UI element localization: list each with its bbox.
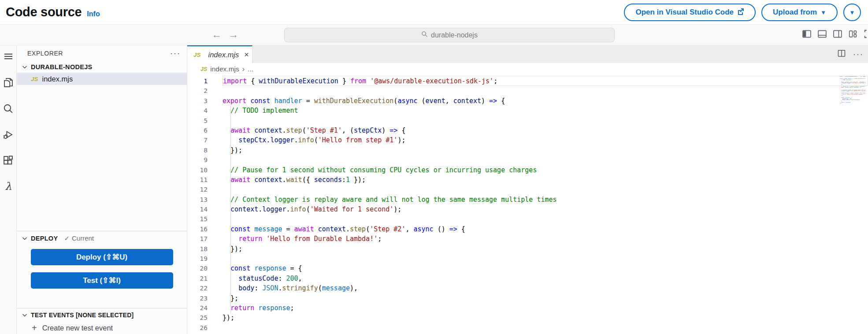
- editor-actions: ···: [837, 45, 864, 63]
- explorer-title: EXPLORER: [27, 50, 63, 57]
- chevron-down-icon: [21, 63, 28, 71]
- toggle-panel-icon[interactable]: [817, 29, 827, 39]
- line-number: 9: [187, 155, 208, 165]
- test-events-header[interactable]: TEST EVENTS [NONE SELECTED]: [17, 308, 187, 322]
- layout-toggle-group: [802, 29, 868, 39]
- upload-from-button[interactable]: Upload from ▼: [761, 4, 838, 21]
- explorer-icon[interactable]: [3, 77, 14, 88]
- aws-lambda-icon[interactable]: λ: [3, 181, 14, 192]
- code-line[interactable]: 22 body: JSON.stringify(message),: [187, 283, 868, 293]
- line-number: 8: [187, 145, 208, 155]
- line-number: 5: [187, 116, 208, 126]
- code-line[interactable]: 6 await context.step('Step #1', (stepCtx…: [187, 126, 868, 135]
- code-line[interactable]: 13 // Context logger is replay aware and…: [187, 195, 868, 204]
- code-line[interactable]: 21 statusCode: 200,: [187, 274, 868, 283]
- run-debug-icon[interactable]: [3, 129, 14, 140]
- explorer-header: EXPLORER ···: [17, 45, 187, 61]
- plus-icon: +: [32, 323, 37, 333]
- command-center-search[interactable]: durable-nodejs: [284, 28, 615, 42]
- tab-label: index.mjs: [208, 51, 239, 59]
- line-number: 7: [187, 135, 208, 145]
- external-link-icon: [737, 8, 744, 17]
- code-line[interactable]: 2: [187, 86, 868, 96]
- code-line[interactable]: 11 await context.wait({ seconds:1 });: [187, 175, 868, 185]
- create-test-event-button[interactable]: + Create new test event: [17, 322, 187, 334]
- tab-index-mjs[interactable]: JS index.mjs ×: [187, 45, 252, 63]
- fullscreen-icon[interactable]: [864, 29, 868, 39]
- chevron-down-icon: [21, 235, 28, 242]
- code-line[interactable]: 5: [187, 116, 868, 126]
- code-line[interactable]: 23 };: [187, 293, 868, 303]
- code-line[interactable]: 7 stepCtx.logger.info('Hello from step #…: [187, 135, 868, 145]
- code-line[interactable]: 9: [187, 155, 868, 165]
- line-number: 3: [187, 96, 208, 106]
- test-events-section: TEST EVENTS [NONE SELECTED] + Create new…: [17, 308, 187, 334]
- code-line[interactable]: 10 // Pause for 1 second without consumi…: [187, 165, 868, 175]
- line-number: 14: [187, 204, 208, 214]
- line-number: 23: [187, 293, 208, 303]
- code-line[interactable]: 24 return response;: [187, 303, 868, 313]
- toggle-primary-sidebar-icon[interactable]: [802, 29, 812, 39]
- file-label: index.mjs: [42, 75, 73, 83]
- tree-file-index-mjs[interactable]: JS index.mjs: [17, 73, 187, 85]
- deploy-button[interactable]: Deploy (⇧⌘U): [31, 249, 173, 265]
- deploy-section: DEPLOY ✓Current Deploy (⇧⌘U) Test (⇧⌘I): [17, 231, 187, 296]
- console-header: Code source Info Open in Visual Studio C…: [0, 0, 868, 25]
- code-line[interactable]: 18 });: [187, 244, 868, 254]
- search-icon: [421, 31, 428, 39]
- extensions-icon[interactable]: [3, 155, 14, 166]
- code-line[interactable]: 4 // TODO implement: [187, 106, 868, 115]
- editor-toolbar: ← → durable-nodejs: [0, 25, 868, 45]
- open-vscode-label: Open in Visual Studio Code: [635, 8, 734, 17]
- sidebar: EXPLORER ··· DURABLE-NODEJS JS index.mjs…: [17, 45, 187, 334]
- js-file-icon: JS: [31, 76, 38, 82]
- explorer-more-icon[interactable]: ···: [170, 49, 181, 58]
- open-vscode-button[interactable]: Open in Visual Studio Code: [624, 4, 756, 21]
- line-number: 12: [187, 185, 208, 194]
- breadcrumb-file[interactable]: index.mjs: [210, 65, 239, 73]
- tree-folder-durable-nodejs[interactable]: DURABLE-NODEJS: [17, 61, 187, 73]
- upload-from-label: Upload from: [773, 8, 817, 17]
- code-line[interactable]: 19: [187, 254, 868, 263]
- code-line[interactable]: 20 const response = {: [187, 263, 868, 273]
- more-actions-icon[interactable]: ···: [853, 50, 864, 59]
- deploy-header[interactable]: DEPLOY ✓Current: [17, 231, 187, 245]
- code-line[interactable]: 25});: [187, 313, 868, 323]
- code-line[interactable]: 8 });: [187, 145, 868, 155]
- line-number: 2: [187, 86, 208, 96]
- caret-down-icon: ▼: [849, 10, 855, 15]
- search-icon[interactable]: [3, 103, 14, 114]
- deploy-status: ✓Current: [64, 234, 94, 242]
- code-line[interactable]: 14 context.logger.info('Waited for 1 sec…: [187, 204, 868, 214]
- test-button[interactable]: Test (⇧⌘I): [31, 272, 173, 289]
- code-editor[interactable]: 1import { withDurableExecution } from '@…: [187, 75, 868, 334]
- breadcrumb-symbol[interactable]: ...: [248, 65, 253, 73]
- code-line[interactable]: 3export const handler = withDurableExecu…: [187, 96, 868, 106]
- breadcrumb[interactable]: JS index.mjs › ...: [187, 63, 868, 75]
- code-line[interactable]: 12: [187, 185, 868, 194]
- line-number: 4: [187, 106, 208, 115]
- line-number: 22: [187, 283, 208, 293]
- code-line[interactable]: 1import { withDurableExecution } from '@…: [187, 76, 868, 86]
- line-number: 16: [187, 224, 208, 234]
- split-editor-icon[interactable]: [837, 49, 846, 59]
- customize-layout-icon[interactable]: [848, 29, 858, 39]
- minimap[interactable]: import { withDurableExecution } from '@a…: [825, 76, 865, 105]
- more-actions-button[interactable]: ▼: [843, 4, 861, 21]
- toggle-secondary-sidebar-icon[interactable]: [833, 29, 842, 39]
- line-number: 6: [187, 126, 208, 135]
- code-line[interactable]: 16 const message = await context.step('S…: [187, 224, 868, 234]
- minimap-line: [825, 104, 865, 106]
- line-number: 26: [187, 323, 208, 333]
- code-line[interactable]: 17 return 'Hello from Durable Lambda!';: [187, 234, 868, 244]
- code-line[interactable]: 26: [187, 323, 868, 333]
- nav-forward-icon[interactable]: →: [228, 30, 238, 40]
- line-number: 25: [187, 313, 208, 323]
- close-icon[interactable]: ×: [244, 51, 249, 59]
- info-link[interactable]: Info: [87, 10, 100, 18]
- line-number: 21: [187, 274, 208, 283]
- code-line[interactable]: 15: [187, 214, 868, 224]
- caret-down-icon: ▼: [820, 10, 826, 15]
- nav-back-icon[interactable]: ←: [211, 30, 222, 40]
- menu-icon[interactable]: [3, 51, 14, 62]
